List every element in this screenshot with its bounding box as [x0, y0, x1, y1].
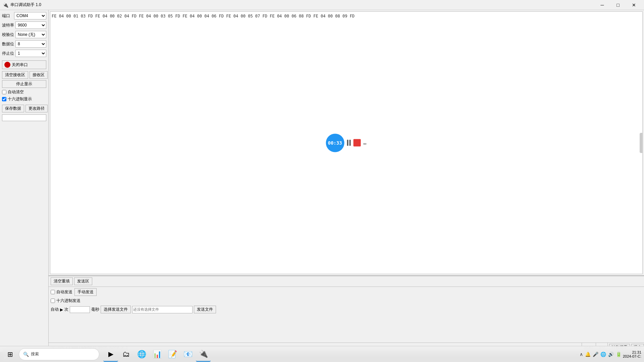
taskbar-app-word[interactable]: 📝 — [165, 347, 180, 362]
auto-clear-checkbox[interactable] — [2, 90, 6, 94]
baud-field-row: 波特率 9600 1200 2400 4800 19200 38400 1152… — [2, 21, 46, 29]
port-select[interactable]: COM4 COM1 COM2 COM3 — [14, 12, 46, 19]
system-icons: ∧ 🔔 🎤 🌐 🔊 🔋 — [580, 352, 622, 357]
windows-logo-icon: ⊞ — [7, 350, 13, 358]
taskbar-right: ∧ 🔔 🎤 🌐 🔊 🔋 21:31 2024-07-C: — [580, 350, 641, 358]
databits-label: 数据位 — [2, 41, 14, 47]
change-path-button[interactable]: 更改路径 — [25, 105, 48, 112]
interval-unit-label: 毫秒 — [91, 307, 99, 312]
pause-icon[interactable] — [347, 140, 351, 146]
send-file-row: 自动 ▶ 次 1000 毫秒 选择发送文件 还没有选择文件 发送文件 — [49, 304, 644, 315]
hex-send-label: 十六进制发送 — [56, 298, 80, 304]
save-path-input[interactable]: C:\COMDATA — [2, 114, 46, 121]
media-icon: ▶ — [108, 350, 113, 358]
explorer-icon: 🗂 — [122, 350, 130, 359]
word-icon: 📝 — [168, 350, 177, 359]
date-display: 2024-07-C: — [623, 354, 641, 358]
port-label: 端口 — [2, 13, 13, 19]
edge-icon: 🌐 — [137, 350, 146, 359]
taskbar-app-mail[interactable]: 📧 — [180, 347, 195, 362]
interval-label-prefix: 次 — [64, 307, 68, 312]
file-placeholder-text: 还没有选择文件 — [133, 307, 159, 312]
notification-icon[interactable]: 🔔 — [585, 352, 591, 357]
right-edge-handle[interactable] — [640, 133, 642, 153]
hex-display-row: 十六进制显示 — [2, 96, 46, 102]
window-title: 串口调试助手 1.0 — [10, 2, 41, 8]
search-text: 搜索 — [31, 351, 39, 357]
taskbar-app-edge[interactable]: 🌐 — [134, 347, 149, 362]
mail-icon: 📧 — [183, 350, 193, 359]
battery-icon[interactable]: 🔋 — [616, 352, 622, 357]
databits-select[interactable]: 8 5 6 7 — [15, 40, 46, 48]
auto-send-checkbox[interactable] — [51, 290, 55, 294]
taskbar: ⊞ 🔍 搜索 ▶ 🗂 🌐 📊 📝 📧 🔌 ∧ 🔔 🎤 — [0, 346, 644, 362]
search-icon: 🔍 — [23, 352, 29, 357]
excel-icon: 📊 — [153, 350, 162, 359]
auto-clear-row: 自动清空 — [2, 89, 46, 95]
parity-select[interactable]: None (无) Even Odd — [15, 31, 46, 38]
hex-display-checkbox[interactable] — [2, 97, 6, 101]
auto-send-label: 自动发送 — [56, 289, 72, 295]
app-icon: 🔌 — [3, 2, 8, 8]
receive-area: FE 04 00 01 03 FD FE 04 00 02 04 FD FE 0… — [50, 11, 643, 274]
serial-icon: 🔌 — [199, 350, 208, 358]
close-port-button[interactable]: 关闭串口 — [2, 60, 46, 69]
time-display: 21:31 — [632, 350, 641, 354]
stop-display-button[interactable]: 停止显示 — [2, 80, 46, 88]
network-icon[interactable]: 🌐 — [600, 352, 606, 357]
pause-bar-right — [349, 140, 351, 146]
hex-send-checkbox[interactable] — [51, 299, 55, 303]
timer-display[interactable]: 00:33 — [326, 134, 344, 152]
taskbar-app-serial[interactable]: 🔌 — [196, 347, 211, 362]
parity-label: 校验位 — [2, 32, 14, 38]
select-file-button[interactable]: 选择发送文件 — [101, 306, 131, 313]
play-icon[interactable]: ▶ — [60, 307, 63, 312]
stopbits-field-row: 停止位 1 1.5 2 — [2, 50, 46, 57]
volume-icon[interactable]: 🔊 — [608, 352, 614, 357]
bottom-section: 清空重填 发送区 自动发送 手动发送 十六进制发送 — [49, 275, 644, 343]
maximize-button[interactable]: □ — [610, 0, 626, 10]
manual-send-button[interactable]: 手动发送 — [74, 288, 97, 296]
clear-resend-button[interactable]: 清空重填 — [51, 277, 73, 285]
interval-input[interactable]: 1000 — [70, 306, 90, 313]
close-port-label: 关闭串口 — [12, 62, 28, 68]
send-area-button[interactable]: 发送区 — [74, 277, 92, 285]
databits-field-row: 数据位 8 5 6 7 — [2, 40, 46, 48]
timer-stop-button[interactable] — [353, 139, 361, 147]
save-row: 保存数据 更改路径 — [2, 105, 46, 112]
baud-label: 波特率 — [2, 22, 14, 28]
taskbar-app-explorer[interactable]: 🗂 — [119, 347, 133, 362]
timer-text: 00:33 — [328, 140, 342, 146]
minimize-button[interactable]: ─ — [595, 0, 610, 10]
auto-send-row: 自动发送 — [51, 289, 72, 295]
chevron-up-icon[interactable]: ∧ — [580, 352, 583, 357]
microphone-icon[interactable]: 🎤 — [593, 352, 598, 357]
taskbar-clock[interactable]: 21:31 2024-07-C: — [623, 350, 641, 358]
left-panel: 端口 COM4 COM1 COM2 COM3 波特率 9600 1200 240… — [0, 10, 49, 352]
clear-recv-button[interactable]: 清空接收区 — [2, 71, 28, 79]
receive-content: FE 04 00 01 03 FD FE 04 00 02 04 FD FE 0… — [52, 13, 641, 19]
start-button[interactable]: ⊞ — [3, 347, 17, 362]
taskbar-app-excel[interactable]: 📊 — [150, 347, 164, 362]
app-body: 端口 COM4 COM1 COM2 COM3 波特率 9600 1200 240… — [0, 10, 644, 352]
pause-bar-left — [347, 140, 348, 146]
send-file-button[interactable]: 发送文件 — [194, 306, 216, 313]
file-path-display: 还没有选择文件 — [132, 306, 193, 313]
baud-select[interactable]: 9600 1200 2400 4800 19200 38400 115200 — [15, 21, 46, 29]
search-bar[interactable]: 🔍 搜索 — [19, 348, 99, 360]
stopbits-label: 停止位 — [2, 51, 14, 56]
hex-send-row: 十六进制发送 — [49, 297, 644, 304]
timer-overlay: 00:33 ✏ — [326, 134, 367, 152]
port-field-row: 端口 COM4 COM1 COM2 COM3 — [2, 12, 46, 19]
recv-btn-row: 清空接收区 接收区 — [2, 71, 46, 79]
taskbar-apps: ▶ 🗂 🌐 📊 📝 📧 🔌 — [103, 347, 211, 362]
taskbar-app-media[interactable]: ▶ — [103, 347, 118, 362]
close-button[interactable]: ✕ — [626, 0, 641, 10]
recv-area-button[interactable]: 接收区 — [30, 71, 48, 79]
hex-send-checkbox-row: 十六进制发送 — [51, 298, 80, 304]
auto-clear-label: 自动清空 — [8, 89, 24, 95]
timer-edit-icon[interactable]: ✏ — [363, 139, 367, 146]
send-options-row: 自动发送 手动发送 — [49, 287, 644, 297]
stopbits-select[interactable]: 1 1.5 2 — [15, 50, 46, 57]
save-data-button[interactable]: 保存数据 — [2, 105, 24, 112]
